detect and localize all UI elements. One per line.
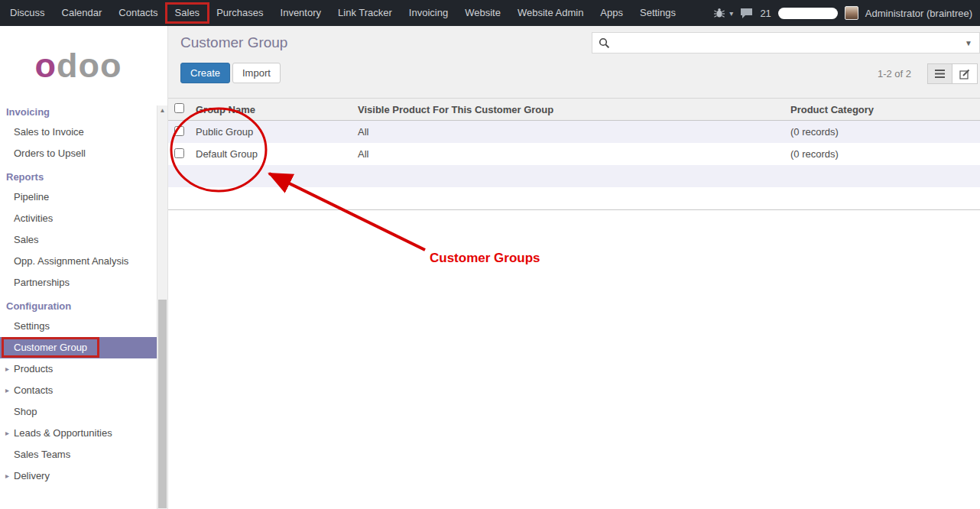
column-header-product-category[interactable]: Product Category bbox=[784, 99, 980, 121]
sidebar-item-products[interactable]: ▸ Products bbox=[0, 358, 157, 380]
menu-calendar[interactable]: Calendar bbox=[54, 0, 111, 26]
menu-invoicing[interactable]: Invoicing bbox=[401, 0, 456, 26]
sidebar: odoo Invoicing Sales to Invoice Orders t… bbox=[0, 26, 168, 509]
messages-icon[interactable] bbox=[740, 8, 753, 19]
expand-arrow-icon: ▸ bbox=[5, 465, 9, 487]
bug-dropdown-caret-icon[interactable]: ▾ bbox=[729, 9, 733, 18]
cell-group-name: Public Group bbox=[190, 121, 352, 144]
sidebar-item-contacts[interactable]: ▸ Contacts bbox=[0, 380, 157, 401]
sidebar-item-sales-to-invoice[interactable]: Sales to Invoice bbox=[0, 122, 157, 143]
form-view-icon bbox=[959, 69, 970, 79]
status-pill bbox=[778, 8, 838, 19]
search-dropdown-caret-icon[interactable]: ▼ bbox=[958, 39, 979, 47]
column-header-group-name[interactable]: Group Name bbox=[190, 99, 352, 121]
menu-contacts[interactable]: Contacts bbox=[110, 0, 166, 26]
menu-sales-label: Sales bbox=[175, 7, 200, 18]
column-header-visible-product[interactable]: Visible Product For This Customer Group bbox=[352, 99, 784, 121]
control-panel: Customer Group ▼ Create Import 1-2 of 2 bbox=[168, 26, 980, 98]
table-row[interactable]: Default Group All (0 records) bbox=[168, 143, 980, 165]
sidebar-item-partnerships[interactable]: Partnerships bbox=[0, 272, 157, 293]
scrollbar-thumb[interactable] bbox=[158, 300, 167, 508]
sidebar-item-delivery-label: Delivery bbox=[14, 470, 50, 481]
top-navbar: Discuss Calendar Contacts Sales Purchase… bbox=[0, 0, 980, 26]
search-input[interactable] bbox=[613, 34, 958, 52]
menu-discuss[interactable]: Discuss bbox=[2, 0, 54, 26]
menu-inventory[interactable]: Inventory bbox=[272, 0, 329, 26]
cell-visible-product: All bbox=[352, 121, 784, 144]
sidebar-item-shop[interactable]: Shop bbox=[0, 401, 157, 423]
list-view: Group Name Visible Product For This Cust… bbox=[168, 98, 980, 210]
menu-website-admin[interactable]: Website Admin bbox=[509, 0, 592, 26]
logo-letters: doo bbox=[57, 46, 122, 85]
form-view-button[interactable] bbox=[952, 63, 978, 84]
table-header-row: Group Name Visible Product For This Cust… bbox=[168, 99, 980, 121]
create-button[interactable]: Create bbox=[180, 63, 230, 83]
cell-product-category: (0 records) bbox=[784, 121, 980, 144]
row-checkbox[interactable] bbox=[174, 126, 184, 136]
section-title-reports: Reports bbox=[0, 164, 167, 186]
expand-arrow-icon: ▸ bbox=[5, 423, 9, 444]
sidebar-item-orders-to-upsell[interactable]: Orders to Upsell bbox=[0, 143, 157, 164]
sidebar-item-settings[interactable]: Settings bbox=[0, 316, 157, 337]
sidebar-item-customer-group-label: Customer Group bbox=[14, 342, 87, 353]
sidebar-item-contacts-label: Contacts bbox=[14, 384, 53, 396]
user-menu[interactable]: Administrator (braintree) bbox=[865, 8, 972, 19]
menu-purchases[interactable]: Purchases bbox=[208, 0, 271, 26]
expand-arrow-icon: ▸ bbox=[5, 358, 9, 380]
sidebar-section-invoicing: Invoicing Sales to Invoice Orders to Ups… bbox=[0, 99, 167, 164]
sidebar-item-leads-opportunities[interactable]: ▸ Leads & Opportunities bbox=[0, 423, 157, 444]
messages-count: 21 bbox=[760, 8, 771, 19]
bug-icon[interactable] bbox=[713, 8, 725, 18]
logo-letter: o bbox=[35, 46, 57, 85]
table-empty-row bbox=[168, 165, 980, 187]
sidebar-item-opp-assignment-analysis[interactable]: Opp. Assignment Analysis bbox=[0, 251, 157, 272]
expand-arrow-icon: ▸ bbox=[5, 380, 9, 401]
select-all-checkbox[interactable] bbox=[174, 103, 184, 113]
list-view-button[interactable] bbox=[927, 63, 952, 84]
user-avatar[interactable] bbox=[845, 6, 858, 20]
sidebar-item-pipeline[interactable]: Pipeline bbox=[0, 186, 157, 208]
customer-group-table: Group Name Visible Product For This Cust… bbox=[168, 98, 980, 210]
cell-product-category: (0 records) bbox=[784, 143, 980, 165]
menu-settings[interactable]: Settings bbox=[631, 0, 684, 26]
menu-apps[interactable]: Apps bbox=[592, 0, 631, 26]
menu-sales[interactable]: Sales bbox=[167, 0, 209, 26]
sidebar-scrollbar[interactable]: ▲ bbox=[157, 105, 167, 509]
cell-visible-product: All bbox=[352, 143, 784, 165]
sidebar-item-customer-group[interactable]: Customer Group bbox=[0, 337, 157, 358]
list-view-icon bbox=[935, 70, 945, 78]
menu-website[interactable]: Website bbox=[456, 0, 509, 26]
cell-group-name: Default Group bbox=[190, 143, 352, 165]
table-empty-row bbox=[168, 187, 980, 209]
row-checkbox[interactable] bbox=[174, 148, 184, 158]
sidebar-item-sales[interactable]: Sales bbox=[0, 229, 157, 251]
scrollbar-up-icon[interactable]: ▲ bbox=[157, 105, 167, 116]
sidebar-section-configuration: Configuration Settings Customer Group ▸ … bbox=[0, 293, 167, 487]
sidebar-section-reports: Reports Pipeline Activities Sales Opp. A… bbox=[0, 164, 167, 293]
pager: 1-2 of 2 bbox=[878, 68, 911, 79]
section-title-configuration: Configuration bbox=[0, 293, 167, 316]
page-title: Customer Group bbox=[180, 34, 287, 51]
odoo-logo: odoo bbox=[0, 26, 167, 99]
view-switcher bbox=[927, 63, 978, 84]
menu-link-tracker[interactable]: Link Tracker bbox=[329, 0, 401, 26]
search-bar[interactable]: ▼ bbox=[592, 32, 980, 53]
import-button[interactable]: Import bbox=[232, 63, 281, 83]
sidebar-item-sales-teams[interactable]: Sales Teams bbox=[0, 444, 157, 465]
sidebar-item-products-label: Products bbox=[14, 363, 53, 374]
search-icon bbox=[599, 37, 610, 49]
topbar-right-cluster: ▾ 21 Administrator (braintree) bbox=[713, 6, 980, 20]
sidebar-item-delivery[interactable]: ▸ Delivery bbox=[0, 465, 157, 487]
sidebar-item-leads-opportunities-label: Leads & Opportunities bbox=[14, 427, 112, 439]
table-row[interactable]: Public Group All (0 records) bbox=[168, 121, 980, 144]
section-title-invoicing: Invoicing bbox=[0, 99, 167, 122]
sidebar-item-activities[interactable]: Activities bbox=[0, 208, 157, 229]
main-content: Customer Group ▼ Create Import 1-2 of 2 bbox=[168, 26, 980, 509]
